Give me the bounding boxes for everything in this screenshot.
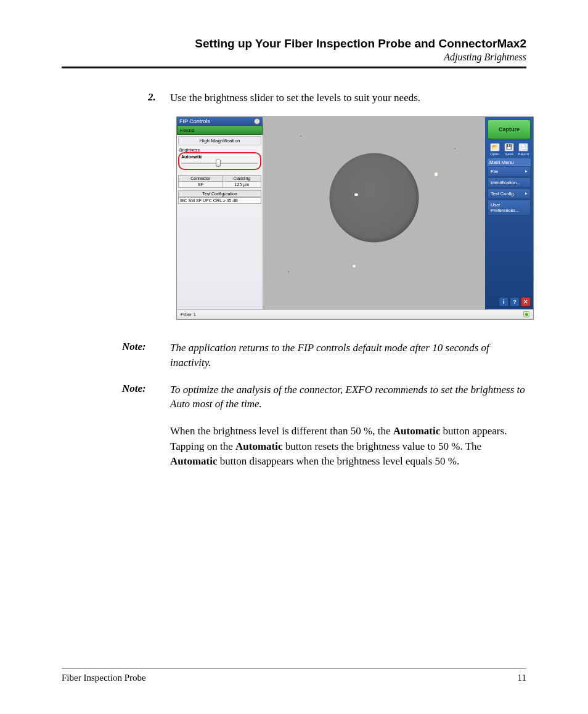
brightness-label: Brightness xyxy=(177,147,263,152)
main-menu-header: Main Menu xyxy=(488,158,531,166)
dust-speck xyxy=(288,271,289,272)
connector-value: SF xyxy=(179,181,223,187)
report-button[interactable]: 📄 Report xyxy=(518,143,529,156)
save-icon: 💾 xyxy=(504,143,514,152)
page-header: Setting up Your Fiber Inspection Probe a… xyxy=(62,37,526,63)
test-config-header: Test Configuration xyxy=(178,190,261,197)
chapter-title: Setting up Your Fiber Inspection Probe a… xyxy=(62,37,526,51)
automatic-button[interactable]: Automatic xyxy=(181,155,258,159)
fiber-endface xyxy=(330,153,419,242)
status-indicator-icon xyxy=(523,311,529,317)
page-footer: Fiber Inspection Probe 11 xyxy=(62,668,526,683)
status-text: Fiber 1 xyxy=(181,312,196,317)
footer-left: Fiber Inspection Probe xyxy=(62,673,146,683)
brightness-slider[interactable] xyxy=(181,160,258,166)
menu-file[interactable]: File▸ xyxy=(488,166,531,177)
cladding-header: Cladding xyxy=(223,175,261,181)
app-screenshot: FIP Controls Focus High Magnification Br… xyxy=(176,116,534,320)
fip-controls-titlebar: FIP Controls xyxy=(177,117,263,126)
gear-icon[interactable] xyxy=(254,118,260,124)
note-label: Note: xyxy=(122,383,170,412)
magnification-button[interactable]: High Magnification xyxy=(178,136,261,145)
save-button[interactable]: 💾 Save xyxy=(504,143,515,156)
page-number: 11 xyxy=(518,673,526,683)
open-button[interactable]: 📂 Open xyxy=(489,143,500,156)
step-row: 2. Use the brightness slider to set the … xyxy=(148,91,526,105)
menu-user-preferences[interactable]: User Preferences... xyxy=(488,200,531,216)
dust-speck xyxy=(300,136,301,137)
menu-identification[interactable]: Identification... xyxy=(488,177,531,188)
chevron-right-icon: ▸ xyxy=(525,169,528,174)
note-block: Note: The application returns to the FIP… xyxy=(122,341,526,370)
note-block: Note: To optimize the analysis of the co… xyxy=(122,383,526,412)
help-icon[interactable]: ? xyxy=(510,297,520,307)
reflection-spot xyxy=(353,265,356,267)
dust-speck xyxy=(454,148,455,149)
file-toolbar: 📂 Open 💾 Save 📄 Report xyxy=(488,143,531,156)
brightness-highlight: Automatic xyxy=(178,152,261,170)
slider-thumb[interactable] xyxy=(216,160,221,167)
cladding-value: 125 µm xyxy=(223,181,261,187)
note-text: To optimize the analysis of the connecto… xyxy=(170,383,526,412)
fip-title-text: FIP Controls xyxy=(179,118,210,124)
body-paragraph: When the brightness level is different t… xyxy=(170,424,526,469)
note-text: The application returns to the FIP contr… xyxy=(170,341,526,370)
menu-test-config[interactable]: Test Config.▸ xyxy=(488,189,531,199)
connector-header: Connector xyxy=(179,175,223,181)
header-rule-thin xyxy=(62,68,526,69)
fiber-viewport xyxy=(263,117,485,309)
reflection-spot xyxy=(354,193,358,196)
bottom-icon-row: i ? ✕ xyxy=(488,297,531,307)
header-rule-bold xyxy=(62,67,526,68)
fip-controls-panel: FIP Controls Focus High Magnification Br… xyxy=(177,117,263,309)
info-icon[interactable]: i xyxy=(499,297,508,307)
note-label: Note: xyxy=(122,341,170,370)
folder-open-icon: 📂 xyxy=(490,143,500,152)
reflection-spot xyxy=(435,172,438,176)
step-number: 2. xyxy=(148,91,170,105)
connector-table: Connector Cladding SF 125 µm xyxy=(178,175,261,188)
status-bar: Fiber 1 xyxy=(177,309,533,319)
close-icon[interactable]: ✕ xyxy=(521,297,531,307)
capture-button[interactable]: Capture xyxy=(488,120,531,139)
section-subtitle: Adjusting Brightness xyxy=(62,52,526,63)
step-text: Use the brightness slider to set the lev… xyxy=(170,91,526,105)
chevron-right-icon: ▸ xyxy=(525,191,528,196)
right-toolbar: Capture 📂 Open 💾 Save 📄 Report Main Menu… xyxy=(485,117,533,309)
report-icon: 📄 xyxy=(518,143,528,152)
test-config-value: IEC SM SF UPC ORL ≥ 45 dB xyxy=(178,197,261,204)
focus-indicator: Focus xyxy=(177,126,263,135)
